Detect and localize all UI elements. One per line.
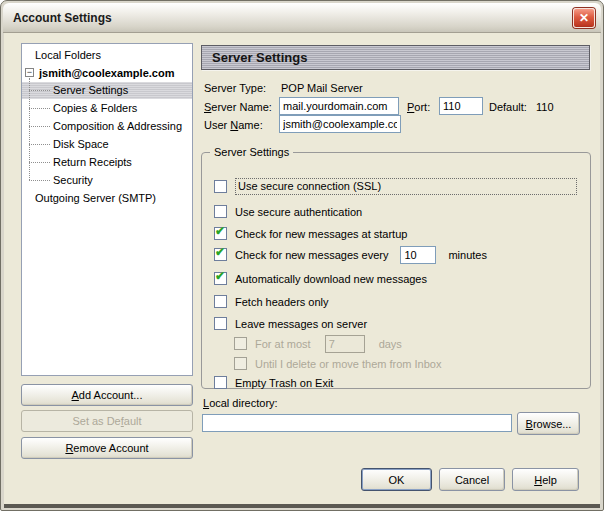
check-every-minutes-input[interactable] xyxy=(400,246,436,264)
tree-item-copies-folders[interactable]: Copies & Folders xyxy=(53,100,137,116)
secure-auth-label[interactable]: Use secure authentication xyxy=(235,206,362,218)
server-settings-groupbox: Server Settings ✔ Use secure connection … xyxy=(201,146,591,389)
tree-connector xyxy=(29,108,50,109)
port-label: Port: xyxy=(407,101,430,113)
check-every-row: ✔ Check for new messages every minutes xyxy=(214,247,487,262)
ssl-checkbox-label[interactable]: Use secure connection (SSL) xyxy=(235,178,577,195)
default-port-label: Default: xyxy=(489,101,527,113)
for-at-most-checkbox: ✔ xyxy=(234,337,247,350)
account-tree: Local Folders − jsmith@coolexample.com S… xyxy=(21,43,193,376)
empty-trash-checkbox[interactable]: ✔ xyxy=(214,376,227,389)
leave-messages-label[interactable]: Leave messages on server xyxy=(235,318,367,330)
tree-connector xyxy=(29,126,50,127)
tree-item-local-folders[interactable]: Local Folders xyxy=(35,47,101,63)
local-directory-label: Local directory: xyxy=(203,397,278,409)
tree-connector xyxy=(29,162,50,163)
server-type-label: Server Type: xyxy=(204,82,266,94)
auto-download-checkbox[interactable]: ✔ xyxy=(214,272,227,285)
ok-button[interactable]: OK xyxy=(361,468,432,491)
auto-download-row: ✔ Automatically download new messages xyxy=(214,271,427,286)
until-delete-checkbox: ✔ xyxy=(234,357,247,370)
check-at-startup-label[interactable]: Check for new messages at startup xyxy=(235,228,407,240)
leave-messages-row: ✔ Leave messages on server xyxy=(214,316,367,331)
check-every-checkbox[interactable]: ✔ xyxy=(214,248,227,261)
panel-header-title: Server Settings xyxy=(212,50,307,65)
port-input[interactable] xyxy=(439,97,483,115)
check-icon: ✔ xyxy=(215,269,225,283)
tree-connector xyxy=(29,180,50,181)
set-as-default-button: Set as Default xyxy=(21,410,193,432)
help-button[interactable]: Help xyxy=(512,468,579,491)
title-bar: Account Settings xyxy=(3,3,601,33)
tree-item-return-receipts[interactable]: Return Receipts xyxy=(53,154,132,170)
user-name-input[interactable] xyxy=(279,115,401,133)
close-button[interactable]: ✕ xyxy=(573,8,595,28)
tree-item-security[interactable]: Security xyxy=(53,172,93,188)
default-port-value: 110 xyxy=(536,101,554,113)
fetch-headers-label[interactable]: Fetch headers only xyxy=(235,296,329,308)
groupbox-legend: Server Settings xyxy=(210,146,293,158)
tree-connector xyxy=(29,144,50,145)
collapse-expander-icon[interactable]: − xyxy=(25,68,34,77)
check-every-label[interactable]: Check for new messages every xyxy=(235,249,388,261)
tree-item-composition-addressing[interactable]: Composition & Addressing xyxy=(53,118,182,134)
tree-item-outgoing-server[interactable]: Outgoing Server (SMTP) xyxy=(35,190,156,206)
account-settings-dialog: Account Settings ✕ Local Folders − jsmit… xyxy=(0,0,604,511)
local-directory-input[interactable] xyxy=(202,414,512,432)
window-title: Account Settings xyxy=(13,11,112,25)
minutes-label: minutes xyxy=(448,249,487,261)
server-name-label: Server Name: xyxy=(204,101,272,113)
until-delete-row: ✔ Until I delete or move them from Inbox xyxy=(234,356,441,371)
remove-account-button[interactable]: Remove Account xyxy=(21,437,193,459)
tree-connector xyxy=(29,78,30,180)
panel-header: Server Settings xyxy=(201,45,590,70)
check-icon: ✔ xyxy=(215,245,225,259)
until-delete-label: Until I delete or move them from Inbox xyxy=(255,358,441,370)
window-bottom-edge xyxy=(4,504,600,508)
user-name-label: User Name: xyxy=(204,119,263,131)
server-type-value: POP Mail Server xyxy=(281,82,363,94)
check-icon: ✔ xyxy=(215,224,225,238)
tree-connector xyxy=(29,90,50,91)
secure-auth-checkbox[interactable]: ✔ xyxy=(214,205,227,218)
check-at-startup-row: ✔ Check for new messages at startup xyxy=(214,226,407,241)
fetch-headers-row: ✔ Fetch headers only xyxy=(214,294,329,309)
server-name-input[interactable] xyxy=(279,97,399,115)
fetch-headers-checkbox[interactable]: ✔ xyxy=(214,295,227,308)
leave-messages-checkbox[interactable]: ✔ xyxy=(214,317,227,330)
tree-item-account[interactable]: jsmith@coolexample.com xyxy=(39,65,174,81)
add-account-button[interactable]: Add Account... xyxy=(21,384,193,406)
empty-trash-label[interactable]: Empty Trash on Exit xyxy=(235,377,333,389)
days-label: days xyxy=(379,338,402,350)
browse-button[interactable]: Browse... xyxy=(517,412,580,435)
close-icon: ✕ xyxy=(579,11,589,25)
ssl-checkbox[interactable]: ✔ xyxy=(214,180,227,193)
empty-trash-row: ✔ Empty Trash on Exit xyxy=(214,375,333,390)
for-at-most-label: For at most xyxy=(255,338,311,350)
auto-download-label[interactable]: Automatically download new messages xyxy=(235,273,427,285)
secure-auth-checkbox-row: ✔ Use secure authentication xyxy=(214,204,362,219)
for-at-most-row: ✔ For at most days xyxy=(234,336,402,351)
cancel-button[interactable]: Cancel xyxy=(439,468,505,491)
tree-item-server-settings[interactable]: Server Settings xyxy=(53,82,128,98)
check-at-startup-checkbox[interactable]: ✔ xyxy=(214,227,227,240)
ssl-checkbox-row: ✔ Use secure connection (SSL) xyxy=(214,179,577,194)
for-at-most-days-input xyxy=(325,335,365,353)
tree-item-disk-space[interactable]: Disk Space xyxy=(53,136,109,152)
